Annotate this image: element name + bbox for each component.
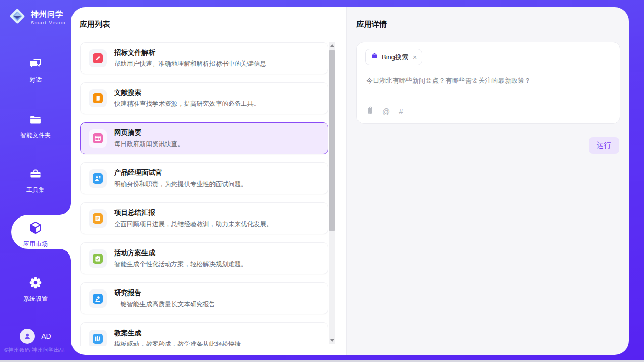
app-card-event-plan[interactable]: 活动方案生成 智能生成个性化活动方案，轻松解决规划难题。	[80, 242, 328, 274]
main-content: 应用列表 招标文件解析 帮助用户快速、准确地理解和解析招标书中的关键信息	[71, 7, 629, 355]
sidebar: 神州问学 Smart Vision 对话 智能文件夹	[0, 0, 71, 360]
sidebar-item-label: 对话	[0, 76, 71, 84]
prompt-card: Bing搜索 × 今日湖北有哪些新闻要点？有哪些需要关注的最新政策？ @ #	[356, 42, 620, 124]
app-detail-title: 应用详情	[356, 20, 387, 29]
at-icon[interactable]: @	[382, 107, 390, 116]
tool-tag-close-icon[interactable]: ×	[413, 53, 417, 61]
scrollbar-thumb[interactable]	[329, 50, 335, 231]
app-card-web-summary[interactable]: 网页摘要 每日政府新闻资讯快查。	[80, 122, 328, 154]
app-card-pm-interviewer[interactable]: 产品经理面试官 明确身份和职责，为您提供专业性的面试问题。	[80, 162, 328, 194]
app-desc: 明确身份和职责，为您提供专业性的面试问题。	[114, 180, 247, 189]
app-name: 研究报告	[114, 288, 216, 298]
clipboard-check-icon	[89, 249, 107, 268]
app-desc: 一键智能生成高质量长文本研究报告	[114, 300, 216, 309]
sidebar-item-app-market[interactable]: 应用市场	[0, 220, 71, 248]
report-note-icon	[89, 209, 107, 228]
cube-icon	[28, 228, 43, 237]
book-icon	[89, 89, 107, 107]
brand-name: 神州问学	[31, 10, 63, 18]
brand-logo: 神州问学 Smart Vision	[8, 7, 66, 28]
sidebar-item-label: 智能文件夹	[0, 131, 71, 140]
app-name: 招标文件解析	[114, 48, 266, 57]
browser-code-icon	[89, 129, 107, 148]
app-list-panel: 应用列表 招标文件解析 帮助用户快速、准确地理解和解析招标书中的关键信息	[71, 7, 346, 355]
scrollbar-down-icon[interactable]	[329, 337, 335, 344]
app-desc: 快速精准查找学术资源，提高研究效率的必备工具。	[114, 100, 260, 108]
app-card-lesson-plan[interactable]: 教案生成 模板驱动，教案秒成，教学准备从此轻松快捷	[80, 322, 328, 346]
app-name: 网页摘要	[114, 128, 184, 137]
app-card-literature-search[interactable]: 文献搜索 快速精准查找学术资源，提高研究效率的必备工具。	[80, 82, 328, 114]
app-name: 活动方案生成	[114, 248, 247, 258]
sidebar-item-settings[interactable]: 系统设置	[0, 276, 71, 303]
toolbox-icon	[28, 174, 43, 183]
app-card-tender-parse[interactable]: 招标文件解析 帮助用户快速、准确地理解和解析招标书中的关键信息	[80, 42, 328, 74]
sidebar-item-label: 应用市场	[0, 240, 71, 248]
tool-tag-bing-search[interactable]: Bing搜索 ×	[365, 49, 422, 65]
run-button[interactable]: 运行	[589, 137, 619, 154]
app-desc: 每日政府新闻资讯快查。	[114, 140, 184, 149]
chat-icon	[28, 64, 43, 73]
prompt-input[interactable]: 今日湖北有哪些新闻要点？有哪些需要关注的最新政策？	[366, 76, 611, 86]
sidebar-item-toolset[interactable]: 工具集	[0, 167, 71, 194]
diamond-logo-icon	[8, 7, 27, 28]
app-name: 教案生成	[114, 329, 241, 338]
interviewer-icon	[89, 169, 107, 188]
app-desc: 全面回顾项目进展，总结经验教训，助力未来优化发展。	[114, 220, 273, 229]
sidebar-pill-notch-bottom	[60, 249, 71, 260]
app-card-project-summary[interactable]: 项目总结汇报 全面回顾项目进展，总结经验教训，助力未来优化发展。	[80, 202, 328, 234]
app-name: 项目总结汇报	[114, 208, 273, 218]
sidebar-item-chat[interactable]: 对话	[0, 57, 71, 84]
app-desc: 模板驱动，教案秒成，教学准备从此轻松快捷	[114, 340, 241, 347]
paperclip-icon[interactable]	[366, 106, 374, 117]
attachment-toolbar: @ #	[366, 106, 403, 117]
app-list-scrollbar[interactable]	[329, 42, 335, 344]
app-detail-panel: 应用详情 Bing搜索 × 今日湖北有哪些新闻要点？有哪些需要关注的最新政策？	[346, 7, 629, 355]
folder-icon	[28, 120, 43, 128]
tool-tag-label: Bing搜索	[382, 53, 408, 62]
sidebar-item-smart-folder[interactable]: 智能文件夹	[0, 113, 71, 140]
app-name: 产品经理面试官	[114, 168, 247, 177]
sidebar-item-label: 系统设置	[0, 295, 71, 303]
brand-subtitle: Smart Vision	[31, 20, 66, 25]
app-list-title: 应用列表	[80, 20, 110, 29]
scrollbar-up-icon[interactable]	[329, 42, 335, 49]
hash-icon[interactable]: #	[399, 107, 403, 116]
app-card-research-report[interactable]: 研究报告 一键智能生成高质量长文本研究报告	[80, 282, 328, 314]
user-initials: AD	[41, 332, 51, 340]
copyright-footer: ©神州数码·神州问学出品	[4, 347, 71, 354]
pencil-document-icon	[89, 49, 107, 67]
app-card-list: 招标文件解析 帮助用户快速、准确地理解和解析招标书中的关键信息 文献搜索 快速精…	[80, 42, 328, 346]
briefcase-icon	[371, 52, 378, 62]
app-desc: 帮助用户快速、准确地理解和解析招标书中的关键信息	[114, 60, 266, 68]
gear-icon	[28, 283, 43, 292]
research-icon	[89, 289, 107, 308]
sidebar-item-label: 工具集	[0, 186, 71, 194]
books-icon	[89, 330, 107, 347]
sidebar-pill-notch-top	[60, 204, 71, 215]
app-name: 文献搜索	[114, 88, 260, 97]
user-account[interactable]: AD	[0, 329, 71, 344]
app-desc: 智能生成个性化活动方案，轻松解决规划难题。	[114, 260, 247, 269]
app-window: 神州问学 Smart Vision 对话 智能文件夹	[0, 0, 644, 362]
user-avatar-icon	[20, 329, 35, 344]
